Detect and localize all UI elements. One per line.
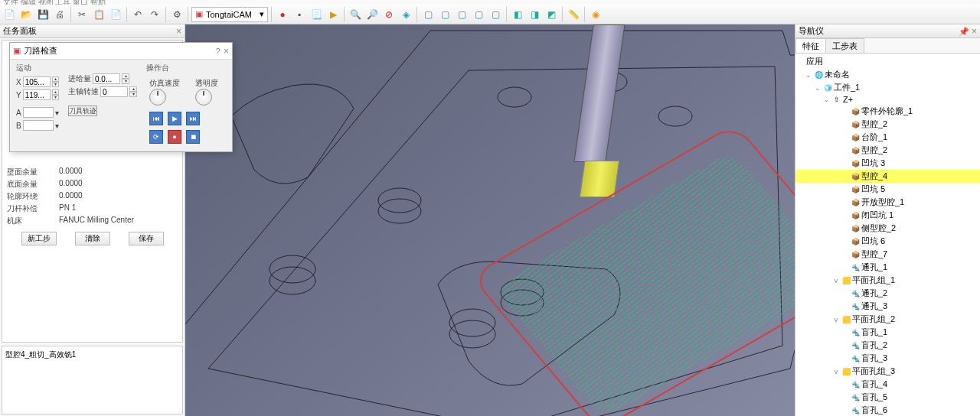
tree-doc[interactable]: ⌄🌐未命名 [795, 68, 980, 81]
tree-item[interactable]: 📦型腔_2 [795, 118, 980, 131]
tree-item[interactable]: 🔩盲孔_3 [795, 352, 980, 365]
tree-item-label: 凹坑 3 [861, 158, 885, 169]
clear-button[interactable]: 清除 [75, 232, 110, 245]
skip-back-button[interactable]: ⏮ [149, 112, 163, 125]
tree-item[interactable]: 🔩通孔_2 [795, 287, 980, 300]
tree-item[interactable]: 📦型腔_7 [795, 248, 980, 261]
print-icon[interactable]: 🖨 [52, 7, 67, 22]
tree-item[interactable]: 🔩盲孔_5 [795, 391, 980, 404]
view-front-icon[interactable]: ▢ [420, 7, 436, 22]
tree-item[interactable]: 📦零件外轮廓_1 [795, 105, 980, 118]
tree-zplus[interactable]: ⌄⇧Z+ [795, 94, 980, 105]
view-iso-icon[interactable]: ◈ [398, 7, 413, 22]
tree-item[interactable]: 🔩通孔_1 [795, 261, 980, 274]
stop-icon[interactable]: ▪ [292, 7, 307, 22]
tree-item[interactable]: 📦开放型腔_1 [795, 196, 980, 209]
file-new-icon[interactable]: 📄 [2, 7, 17, 22]
tree-item[interactable]: 🔩通孔_3 [795, 300, 980, 313]
view-top-icon[interactable]: ▢ [488, 7, 503, 22]
task-list-item[interactable]: 型腔4_粗切_高效铣1 [5, 349, 179, 360]
view-left-icon[interactable]: ▢ [454, 7, 469, 22]
y-spinner[interactable]: ▴▾ [52, 89, 59, 100]
help-icon[interactable]: ? [216, 47, 220, 56]
ban-icon[interactable]: ⊘ [381, 7, 397, 22]
tree-expander-icon[interactable]: v [832, 316, 840, 323]
shade1-icon[interactable]: ◧ [510, 7, 525, 22]
shade3-icon[interactable]: ◩ [544, 7, 559, 22]
save-button[interactable]: 保存 [129, 232, 164, 245]
feature-tree[interactable]: 应用 ⌄🌐未命名 ⌄🧊工件_1 ⌄⇧Z+ 📦零件外轮廓_1📦型腔_2📦台阶_1📦… [795, 54, 980, 416]
close-icon[interactable]: × [176, 26, 181, 37]
tree-part[interactable]: ⌄🧊工件_1 [795, 81, 980, 94]
undo-icon[interactable]: ↶ [130, 7, 145, 22]
tree-item-label: 平面孔组_1 [852, 275, 895, 286]
measure-icon[interactable]: 📏 [566, 7, 581, 22]
close-icon[interactable]: × [224, 46, 229, 57]
record-button[interactable]: ● [168, 130, 181, 144]
tree-item[interactable]: v🟨平面孔组_2 [795, 313, 980, 326]
play-button[interactable]: ▶ [168, 112, 181, 125]
tree-item[interactable]: 📦凹坑 6 [795, 235, 980, 248]
tree-item[interactable]: 📦闭凹坑 1 [795, 209, 980, 222]
chevron-down-icon[interactable]: ▾ [55, 109, 59, 117]
file-open-icon[interactable]: 📂 [18, 7, 34, 22]
close-icon[interactable]: × [972, 26, 977, 37]
redo-icon[interactable]: ↷ [147, 7, 162, 22]
spindle-spinner[interactable]: ▴▾ [129, 86, 137, 97]
tree-item[interactable]: 📦侧型腔_2 [795, 222, 980, 235]
shade2-icon[interactable]: ◨ [527, 7, 542, 22]
tree-item[interactable]: v🟨平面孔组_1 [795, 274, 980, 287]
doc-icon[interactable]: 📃 [309, 7, 324, 22]
pin-icon[interactable]: 📌 × [959, 26, 977, 37]
feed-spinner[interactable]: ▴▾ [122, 73, 129, 84]
paste-icon[interactable]: 📄 [108, 7, 123, 22]
a-select[interactable] [23, 107, 54, 118]
cut-icon[interactable]: ✂ [74, 7, 90, 22]
feed-input[interactable] [93, 73, 120, 84]
tree-item[interactable]: 📦凹坑 5 [795, 183, 980, 196]
view-right-icon[interactable]: ▢ [471, 7, 486, 22]
copy-icon[interactable]: 📋 [91, 7, 106, 22]
gear-icon[interactable]: ⚙ [169, 7, 185, 22]
save-icon[interactable]: 💾 [35, 7, 51, 22]
tree-item-label: 盲孔_6 [861, 405, 887, 416]
skip-fwd-button[interactable]: ⏭ [186, 112, 200, 125]
tree-root[interactable]: 应用 [795, 55, 980, 68]
tree-expander-icon[interactable]: v [832, 277, 840, 284]
b-select[interactable] [23, 120, 54, 131]
zoom-out-icon[interactable]: 🔎 [364, 7, 380, 22]
help-icon[interactable]: ◉ [588, 7, 603, 22]
loop-button[interactable]: ⟳ [149, 130, 163, 144]
tree-item[interactable]: 📦型腔_4 [795, 170, 980, 183]
tab-features[interactable]: 特征 [795, 38, 826, 53]
3d-viewport[interactable] [185, 24, 795, 416]
verify-trajectory-button[interactable]: 刀具轨迹 [68, 106, 97, 116]
view-back-icon[interactable]: ▢ [437, 7, 452, 22]
y-input[interactable] [23, 89, 51, 100]
tree-item[interactable]: 🔩盲孔_1 [795, 326, 980, 339]
tree-expander-icon[interactable]: v [832, 368, 840, 375]
x-spinner[interactable]: ▴▾ [52, 76, 59, 87]
tree-item[interactable]: 🔩盲孔_4 [795, 378, 980, 391]
transparency-dial[interactable] [195, 89, 212, 106]
tree-item[interactable]: v🟨平面孔组_3 [795, 365, 980, 378]
module-combo[interactable]: ▣ TongtaiCAM ▾ [191, 7, 268, 22]
tree-item[interactable]: 🔩盲孔_2 [795, 339, 980, 352]
spindle-input[interactable] [100, 86, 128, 97]
tree-item[interactable]: 📦型腔_2 [795, 144, 980, 157]
x-input[interactable] [23, 76, 51, 87]
dialog-titlebar[interactable]: ▣ 刀路检查 ? × [10, 43, 232, 60]
task-list[interactable]: 型腔4_粗切_高效铣1 [2, 346, 183, 414]
sim-speed-dial[interactable] [149, 89, 166, 106]
chevron-down-icon[interactable]: ▾ [55, 122, 59, 130]
tree-item[interactable]: 🔩盲孔_6 [795, 404, 980, 416]
zoom-in-icon[interactable]: 🔍 [348, 7, 363, 22]
stop-button[interactable]: ⏹ [186, 130, 200, 144]
record-icon[interactable]: ● [275, 7, 290, 22]
play-icon[interactable]: ▶ [325, 7, 341, 22]
new-step-button[interactable]: 新工步 [21, 232, 57, 245]
tab-steps[interactable]: 工步表 [825, 38, 864, 53]
tool-inspection-dialog[interactable]: ▣ 刀路检查 ? × 运动 X▴▾ Y▴▾ A▾ B▾ 进给量▴▾ 主轴转速▴▾… [9, 42, 233, 152]
tree-item[interactable]: 📦台阶_1 [795, 131, 980, 144]
tree-item[interactable]: 📦凹坑 3 [795, 157, 980, 170]
